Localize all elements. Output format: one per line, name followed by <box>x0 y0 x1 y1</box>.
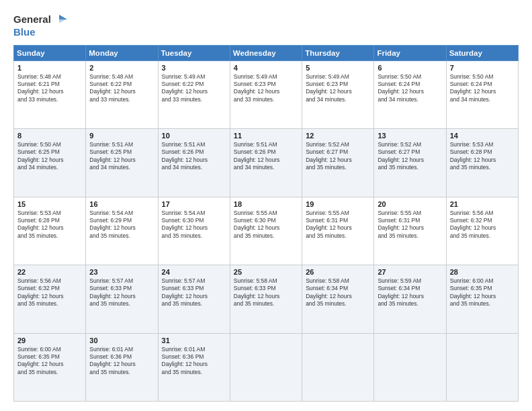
calendar-week-4: 22Sunrise: 5:56 AM Sunset: 6:32 PM Dayli… <box>14 265 519 334</box>
day-number: 10 <box>162 132 226 140</box>
day-number: 16 <box>89 200 154 208</box>
calendar-table: SundayMondayTuesdayWednesdayThursdayFrid… <box>13 45 519 402</box>
weekday-header-sunday: Sunday <box>14 45 86 60</box>
day-number: 12 <box>306 132 370 140</box>
calendar-cell: 29Sunrise: 6:00 AM Sunset: 6:35 PM Dayli… <box>14 333 86 402</box>
calendar-cell: 5Sunrise: 5:49 AM Sunset: 6:23 PM Daylig… <box>302 60 374 129</box>
day-number: 13 <box>378 132 442 140</box>
day-number: 17 <box>162 200 226 208</box>
day-number: 4 <box>234 64 298 72</box>
day-number: 19 <box>306 200 370 208</box>
day-info: Sunrise: 5:49 AM Sunset: 6:23 PM Dayligh… <box>306 73 370 104</box>
day-info: Sunrise: 5:52 AM Sunset: 6:27 PM Dayligh… <box>378 141 442 172</box>
calendar-cell: 25Sunrise: 5:58 AM Sunset: 6:33 PM Dayli… <box>230 265 302 334</box>
day-info: Sunrise: 5:54 AM Sunset: 6:29 PM Dayligh… <box>89 210 154 240</box>
day-number: 18 <box>234 200 298 208</box>
page: General Blue SundayMondayTuesdayWednesda… <box>0 0 532 411</box>
day-number: 7 <box>450 64 515 72</box>
weekday-header-thursday: Thursday <box>302 45 374 60</box>
calendar-cell: 2Sunrise: 5:48 AM Sunset: 6:22 PM Daylig… <box>86 60 158 129</box>
header: General Blue <box>13 12 519 38</box>
calendar-week-1: 1Sunrise: 5:48 AM Sunset: 6:21 PM Daylig… <box>14 60 519 129</box>
day-info: Sunrise: 5:52 AM Sunset: 6:27 PM Dayligh… <box>306 141 370 172</box>
weekday-header-tuesday: Tuesday <box>158 45 230 60</box>
day-number: 22 <box>17 268 82 276</box>
day-number: 21 <box>450 200 515 208</box>
calendar-week-2: 8Sunrise: 5:50 AM Sunset: 6:25 PM Daylig… <box>14 129 519 197</box>
day-number: 26 <box>306 268 370 276</box>
calendar-cell <box>374 333 446 402</box>
calendar-cell: 22Sunrise: 5:56 AM Sunset: 6:32 PM Dayli… <box>14 265 86 334</box>
day-info: Sunrise: 6:01 AM Sunset: 6:36 PM Dayligh… <box>162 346 226 377</box>
calendar-cell: 27Sunrise: 5:59 AM Sunset: 6:34 PM Dayli… <box>374 265 446 334</box>
day-info: Sunrise: 5:49 AM Sunset: 6:23 PM Dayligh… <box>234 73 298 104</box>
calendar-cell <box>230 333 302 402</box>
day-number: 27 <box>378 268 442 276</box>
logo-bird-icon <box>52 12 67 27</box>
calendar-cell: 10Sunrise: 5:51 AM Sunset: 6:26 PM Dayli… <box>158 129 230 197</box>
day-info: Sunrise: 5:48 AM Sunset: 6:21 PM Dayligh… <box>17 73 82 104</box>
logo-text-general: General <box>13 14 51 26</box>
day-number: 25 <box>234 268 298 276</box>
day-info: Sunrise: 5:54 AM Sunset: 6:30 PM Dayligh… <box>162 210 226 240</box>
day-info: Sunrise: 5:56 AM Sunset: 6:32 PM Dayligh… <box>450 210 515 240</box>
calendar-cell: 3Sunrise: 5:49 AM Sunset: 6:22 PM Daylig… <box>158 60 230 129</box>
day-number: 1 <box>17 64 82 72</box>
day-number: 3 <box>162 64 226 72</box>
day-info: Sunrise: 5:53 AM Sunset: 6:28 PM Dayligh… <box>450 141 515 172</box>
day-number: 5 <box>306 64 370 72</box>
day-number: 24 <box>162 268 226 276</box>
day-info: Sunrise: 5:58 AM Sunset: 6:34 PM Dayligh… <box>306 277 370 308</box>
day-info: Sunrise: 5:48 AM Sunset: 6:22 PM Dayligh… <box>89 73 154 104</box>
day-info: Sunrise: 6:00 AM Sunset: 6:35 PM Dayligh… <box>450 277 515 308</box>
calendar-cell: 4Sunrise: 5:49 AM Sunset: 6:23 PM Daylig… <box>230 60 302 129</box>
day-number: 30 <box>89 336 154 345</box>
calendar-cell: 28Sunrise: 6:00 AM Sunset: 6:35 PM Dayli… <box>446 265 518 334</box>
day-info: Sunrise: 5:53 AM Sunset: 6:28 PM Dayligh… <box>17 210 82 240</box>
calendar-cell <box>446 333 518 402</box>
calendar-cell: 15Sunrise: 5:53 AM Sunset: 6:28 PM Dayli… <box>14 197 86 265</box>
day-info: Sunrise: 6:01 AM Sunset: 6:36 PM Dayligh… <box>89 346 154 377</box>
day-number: 8 <box>17 132 82 140</box>
day-info: Sunrise: 5:57 AM Sunset: 6:33 PM Dayligh… <box>89 277 154 308</box>
calendar-cell: 30Sunrise: 6:01 AM Sunset: 6:36 PM Dayli… <box>86 333 158 402</box>
weekday-header-row: SundayMondayTuesdayWednesdayThursdayFrid… <box>14 45 519 60</box>
calendar-cell: 14Sunrise: 5:53 AM Sunset: 6:28 PM Dayli… <box>446 129 518 197</box>
day-number: 23 <box>89 268 154 276</box>
day-number: 20 <box>378 200 442 208</box>
day-info: Sunrise: 5:49 AM Sunset: 6:22 PM Dayligh… <box>162 73 226 104</box>
calendar-week-3: 15Sunrise: 5:53 AM Sunset: 6:28 PM Dayli… <box>14 197 519 265</box>
day-number: 31 <box>162 336 226 345</box>
calendar-cell: 26Sunrise: 5:58 AM Sunset: 6:34 PM Dayli… <box>302 265 374 334</box>
calendar-cell: 7Sunrise: 5:50 AM Sunset: 6:24 PM Daylig… <box>446 60 518 129</box>
day-info: Sunrise: 5:55 AM Sunset: 6:30 PM Dayligh… <box>234 210 298 240</box>
day-info: Sunrise: 5:57 AM Sunset: 6:33 PM Dayligh… <box>162 277 226 308</box>
calendar-cell: 6Sunrise: 5:50 AM Sunset: 6:24 PM Daylig… <box>374 60 446 129</box>
day-number: 28 <box>450 268 515 276</box>
weekday-header-friday: Friday <box>374 45 446 60</box>
day-number: 6 <box>378 64 442 72</box>
logo-text-blue: Blue <box>13 27 36 38</box>
day-number: 15 <box>17 200 82 208</box>
weekday-header-monday: Monday <box>86 45 158 60</box>
calendar-week-5: 29Sunrise: 6:00 AM Sunset: 6:35 PM Dayli… <box>14 333 519 402</box>
calendar-cell: 11Sunrise: 5:51 AM Sunset: 6:26 PM Dayli… <box>230 129 302 197</box>
calendar-cell: 24Sunrise: 5:57 AM Sunset: 6:33 PM Dayli… <box>158 265 230 334</box>
calendar-cell: 9Sunrise: 5:51 AM Sunset: 6:25 PM Daylig… <box>86 129 158 197</box>
calendar-cell: 13Sunrise: 5:52 AM Sunset: 6:27 PM Dayli… <box>374 129 446 197</box>
day-info: Sunrise: 6:00 AM Sunset: 6:35 PM Dayligh… <box>17 346 82 377</box>
day-number: 29 <box>17 336 82 345</box>
calendar-cell: 21Sunrise: 5:56 AM Sunset: 6:32 PM Dayli… <box>446 197 518 265</box>
calendar-cell: 18Sunrise: 5:55 AM Sunset: 6:30 PM Dayli… <box>230 197 302 265</box>
day-number: 11 <box>234 132 298 140</box>
calendar-cell: 31Sunrise: 6:01 AM Sunset: 6:36 PM Dayli… <box>158 333 230 402</box>
calendar-cell: 17Sunrise: 5:54 AM Sunset: 6:30 PM Dayli… <box>158 197 230 265</box>
calendar-cell: 19Sunrise: 5:55 AM Sunset: 6:31 PM Dayli… <box>302 197 374 265</box>
calendar-cell: 23Sunrise: 5:57 AM Sunset: 6:33 PM Dayli… <box>86 265 158 334</box>
day-info: Sunrise: 5:55 AM Sunset: 6:31 PM Dayligh… <box>306 210 370 240</box>
calendar-cell: 16Sunrise: 5:54 AM Sunset: 6:29 PM Dayli… <box>86 197 158 265</box>
day-info: Sunrise: 5:59 AM Sunset: 6:34 PM Dayligh… <box>378 277 442 308</box>
day-info: Sunrise: 5:51 AM Sunset: 6:26 PM Dayligh… <box>162 141 226 172</box>
day-info: Sunrise: 5:50 AM Sunset: 6:25 PM Dayligh… <box>17 141 82 172</box>
day-info: Sunrise: 5:50 AM Sunset: 6:24 PM Dayligh… <box>378 73 442 104</box>
